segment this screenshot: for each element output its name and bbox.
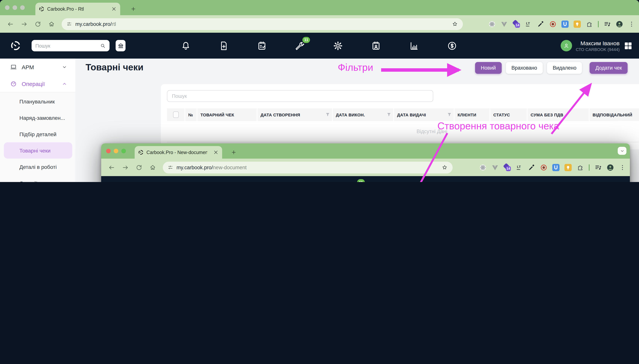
site-settings-icon[interactable] <box>66 21 72 26</box>
ext-lt-icon[interactable]: LT <box>525 20 532 28</box>
reload-icon[interactable] <box>34 21 41 27</box>
home-icon[interactable] <box>48 21 55 27</box>
close-window-button[interactable] <box>106 149 111 153</box>
table-column-header[interactable]: ДАТА ВИДАЧІ <box>394 108 454 121</box>
table-column-header[interactable]: ДАТА ВИКОН. <box>333 108 393 121</box>
gear-nav-button[interactable] <box>328 40 347 51</box>
ext-red-icon[interactable] <box>549 20 556 28</box>
ext-vue-icon[interactable] <box>492 164 499 171</box>
browser-tab[interactable]: Carbook.Pro - Rtl <box>35 3 120 15</box>
deleted-filter-button[interactable]: Видалено <box>547 62 582 74</box>
ext-bulb-icon[interactable] <box>564 164 572 171</box>
sidebar-item-locations[interactable]: Локації <box>0 175 75 182</box>
sidebar-item-work-orders[interactable]: Наряд-замовлен... <box>0 110 75 126</box>
forward-icon[interactable] <box>21 21 28 27</box>
bookmark-star-icon[interactable] <box>452 21 458 27</box>
table-column-header[interactable]: СУМА БЕЗ ПДВ <box>528 108 589 121</box>
ext-vue-icon[interactable] <box>500 20 508 28</box>
close-tab-icon[interactable] <box>213 150 219 155</box>
funnel-icon[interactable] <box>447 112 452 117</box>
funnel-icon[interactable] <box>387 112 391 117</box>
back-icon[interactable] <box>108 164 115 170</box>
ext-playlist-icon[interactable] <box>604 20 611 28</box>
close-window-button[interactable] <box>5 5 10 10</box>
document-plus-nav-button[interactable] <box>214 40 233 51</box>
reload-icon[interactable] <box>136 164 142 170</box>
bell-nav-button[interactable] <box>176 40 195 51</box>
dollar-nav-button[interactable] <box>442 40 461 51</box>
add-receipt-button[interactable]: Додати чек <box>590 62 628 74</box>
sidebar-item-parts-in-progress[interactable]: Деталі в роботі <box>0 158 75 175</box>
ext-dropper-icon[interactable] <box>537 20 544 28</box>
ext-u-icon[interactable] <box>562 20 569 28</box>
table-header: №ТОВАРНИЙ ЧЕКДАТА СТВОРЕННЯДАТА ВИКОН.ДА… <box>167 108 639 121</box>
bookmark-star-icon[interactable] <box>442 164 448 170</box>
extensions-area: 14LT <box>479 164 626 171</box>
ext-avatar-icon[interactable] <box>607 164 614 171</box>
extension-14-icon[interactable]: 14 <box>504 164 511 171</box>
ext-dots-icon[interactable] <box>628 20 635 28</box>
ext-react-icon[interactable] <box>479 164 486 171</box>
ext-react-icon[interactable] <box>488 20 496 28</box>
accounted-filter-button[interactable]: Враховано <box>506 62 543 74</box>
sidebar-item-parts-selection[interactable]: Підбір деталей <box>0 126 75 142</box>
table-column-header[interactable]: № <box>185 108 197 121</box>
new-filter-button[interactable]: Новий <box>475 62 502 74</box>
back-icon[interactable] <box>7 21 14 27</box>
new-tab-button[interactable] <box>231 150 236 155</box>
extension-14-icon[interactable]: 14 <box>513 20 520 28</box>
close-tab-icon[interactable] <box>111 6 117 12</box>
table-column-header[interactable]: ВІДПОВІДАЛЬНИЙ <box>590 108 639 121</box>
ext-puzzle-icon[interactable] <box>586 20 593 28</box>
home-icon[interactable] <box>150 164 156 170</box>
table-column-header[interactable]: КЛІЄНТИ <box>454 108 490 121</box>
browser-tab[interactable]: Carbook.Pro - New-documen <box>135 146 222 158</box>
table-search-placeholder: Пошук <box>172 93 187 99</box>
address-bar[interactable]: my.carbook.pro/rtl <box>62 18 463 30</box>
window-controls[interactable] <box>5 5 25 10</box>
carbook-logo-icon[interactable] <box>10 40 21 51</box>
calendar-check-nav-button[interactable] <box>252 40 271 51</box>
ext-dropper-icon[interactable] <box>528 164 535 171</box>
sidebar-item-arm[interactable]: АРМ <box>0 58 75 75</box>
table-search-input[interactable]: Пошук <box>167 90 433 102</box>
zoom-window-button[interactable] <box>20 5 25 10</box>
window-controls[interactable] <box>106 149 126 153</box>
ext-red-icon[interactable] <box>540 164 547 171</box>
wrench-nav-button[interactable]: 11 <box>290 40 309 51</box>
ext-playlist-icon[interactable] <box>594 164 602 171</box>
ext-u-icon[interactable] <box>552 164 560 171</box>
new-tab-button[interactable] <box>130 6 136 12</box>
table-column-header[interactable]: ТОВАРНИЙ ЧЕК <box>198 108 257 121</box>
site-settings-icon[interactable] <box>168 165 173 170</box>
table-column-header[interactable]: СТАТУС <box>490 108 527 121</box>
bank-button[interactable] <box>116 40 126 51</box>
tab-search-chevron-button[interactable] <box>618 147 626 155</box>
ext-bulb-icon[interactable] <box>574 20 581 28</box>
bar-chart-nav-button[interactable] <box>404 40 423 51</box>
search-input[interactable]: Пошук <box>32 40 110 51</box>
ext-puzzle-icon[interactable] <box>576 164 584 171</box>
sidebar-item-operations[interactable]: Операції <box>0 75 75 92</box>
select-all-checkbox[interactable] <box>173 112 178 118</box>
address-bar[interactable]: my.carbook.pro/new-document <box>163 162 452 173</box>
sidebar-item-planner[interactable]: Планувальник <box>0 93 75 110</box>
search-placeholder: Пошук <box>35 43 50 48</box>
sidebar-item-goods-receipts[interactable]: Товарні чеки <box>4 142 72 158</box>
table-column-header[interactable]: ДАТА СТВОРЕННЯ <box>258 108 332 121</box>
avatar[interactable] <box>560 40 572 51</box>
funnel-icon[interactable] <box>326 112 330 117</box>
zoom-window-button[interactable] <box>121 149 126 153</box>
ext-avatar-icon[interactable] <box>616 20 623 28</box>
tab-title: Carbook.Pro - Rtl <box>47 6 84 12</box>
apps-grid-icon[interactable] <box>624 41 633 50</box>
user-block[interactable]: Максим Іванов СТО CARBOOK (9444) <box>560 40 633 52</box>
calendar-person-nav-button[interactable] <box>366 40 385 51</box>
chevron-down-icon <box>620 148 624 153</box>
ext-lt-icon[interactable]: LT <box>516 164 523 171</box>
minimize-window-button[interactable] <box>114 149 118 153</box>
forward-icon[interactable] <box>122 164 128 170</box>
person-icon <box>563 42 570 49</box>
ext-dots-icon[interactable] <box>619 164 626 171</box>
minimize-window-button[interactable] <box>12 5 17 10</box>
